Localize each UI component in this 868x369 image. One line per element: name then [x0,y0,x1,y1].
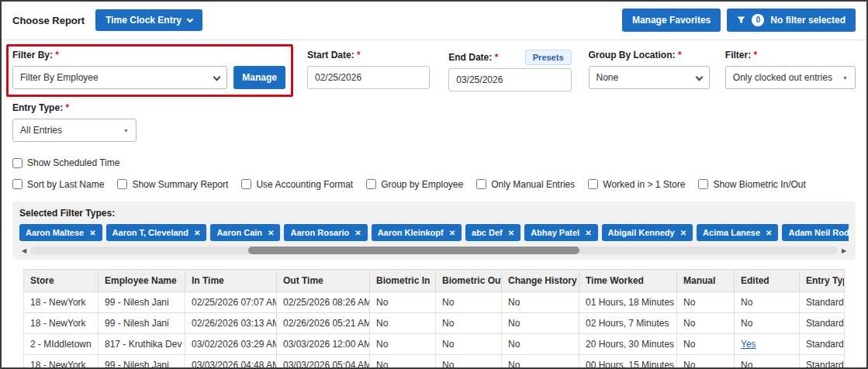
presets-button[interactable]: Presets [525,50,572,65]
cell-biometric-in: No [370,292,436,313]
checkbox-input[interactable] [698,179,708,189]
column-header-manual: Manual [677,270,735,292]
caret-down-icon: ▼ [123,128,129,133]
chip-close-icon[interactable]: ✕ [766,229,772,237]
filter-chip[interactable]: Aaron Rosario✕ [284,224,367,241]
chip-close-icon[interactable]: ✕ [89,229,95,237]
checkbox-label: Show Summary Report [132,179,228,190]
cell-entry-type: Standard [800,334,845,355]
scrollbar-thumb[interactable] [248,247,579,254]
checkbox-worked-in-1-store[interactable]: Worked in > 1 Store [588,179,685,190]
cell-entry-type: Standard [800,292,845,313]
chip-close-icon[interactable]: ✕ [680,229,686,237]
end-date-group: End Date: * Presets [448,50,571,91]
filter-chip[interactable]: Abigail Kennedy✕ [602,224,693,241]
checkbox-show-scheduled-time[interactable]: Show Scheduled Time [12,157,119,168]
checkbox-use-accounting-format[interactable]: Use Accounting Format [241,179,353,190]
cell-store: 2 - MIddletown [24,334,99,355]
checkbox-only-manual-entries[interactable]: Only Manual Entries [476,179,575,190]
checkbox-input[interactable] [12,179,22,189]
filter-select[interactable]: Only clocked out entries ▼ [725,66,856,89]
filter-by-controls: Filter By Employee Manage [12,66,285,89]
checkbox-label: Show Scheduled Time [27,157,119,168]
column-header-change-history: Change History [502,270,579,292]
cell-edited: No [735,355,800,369]
column-header-biometric-out: Biometric Out [436,270,502,292]
filter-area: Filter By: * Filter By Employee Manage S… [2,40,866,369]
checkbox-show-biometric-in-out[interactable]: Show Biometric In/Out [698,179,805,190]
checkbox-sort-by-last-name[interactable]: Sort by Last Name [12,179,104,190]
checkbox-input[interactable] [476,179,486,189]
chip-close-icon[interactable]: ✕ [268,229,274,237]
chip-label: Adam Neil Rodino [788,228,849,237]
filter-by-value: Filter By Employee [20,72,99,83]
chevron-down-icon [695,73,703,81]
chip-label: abc Def [472,228,503,237]
chevron-down-icon [187,16,193,22]
cell-manual: No [677,313,735,334]
filter-chip[interactable]: Aaron Kleinkopf✕ [372,224,462,241]
cell-change-history: No [502,355,579,369]
group-by-location-select[interactable]: None [589,66,710,89]
cell-entry-type: Standard [800,313,845,334]
scroll-left-icon[interactable]: ◀ [19,247,29,254]
checkbox-label: Use Accounting Format [256,179,353,190]
filter-status-button[interactable]: 0 No filter selected [727,9,856,32]
scrollbar-track[interactable] [30,247,838,254]
scroll-right-icon[interactable]: ▶ [839,247,849,254]
filter-chip[interactable]: Aaron Maltese✕ [19,224,102,241]
checkbox-input[interactable] [588,179,598,189]
manage-filter-button[interactable]: Manage [233,66,285,89]
checkbox-input[interactable] [366,179,376,189]
chevron-down-icon [213,73,221,81]
filter-chip[interactable]: Acima Lanese✕ [697,224,778,241]
start-date-group: Start Date: * [307,50,430,89]
filter-by-group: Filter By: * Filter By Employee Manage [12,50,285,89]
checkbox-input[interactable] [241,179,251,189]
cell-time-worked: 02 Hours, 7 Minutes [579,313,677,334]
column-header-out-time: Out Time [277,270,370,292]
time-clock-report-page: Choose Report Time Clock Entry Manage Fa… [0,0,868,369]
filter-chip[interactable]: Abhay Patel✕ [524,224,597,241]
chip-close-icon[interactable]: ✕ [449,229,455,237]
filter-chip[interactable]: Aaron T, Cleveland✕ [106,224,207,241]
entry-type-select[interactable]: All Entries ▼ [12,119,137,142]
group-by-location-group: Group By Location: * None [589,50,710,89]
caret-down-icon: ▼ [842,75,848,81]
group-by-location-value: None [597,72,619,83]
cell-store: 18 - NewYork [24,292,99,313]
chip-close-icon[interactable]: ✕ [194,229,200,237]
edited-yes-link[interactable]: Yes [741,339,756,350]
choose-report-label: Choose Report [12,15,85,26]
filter-chip[interactable]: Aaron Cain✕ [210,224,280,241]
filter-chip[interactable]: abc Def✕ [465,224,520,241]
filter-chip[interactable]: Adam Neil Rodino✕ [782,224,849,241]
chip-close-icon[interactable]: ✕ [354,229,361,237]
checkbox-label: Worked in > 1 Store [603,179,685,190]
cell-change-history: No [502,292,579,313]
cell-manual: No [677,355,735,369]
table-row: 18 - NewYork99 - Nilesh Jani02/25/2026 0… [24,292,845,313]
end-date-input[interactable] [448,68,571,91]
report-type-dropdown[interactable]: Time Clock Entry [95,9,202,31]
cell-store: 18 - NewYork [24,355,99,369]
cell-employee-name: 817 - Kruthika Dev [99,334,185,355]
checkbox-show-summary-report[interactable]: Show Summary Report [117,179,228,190]
checkbox-label: Only Manual Entries [491,179,575,190]
filter-label: Filter: * [725,50,856,60]
chip-close-icon[interactable]: ✕ [508,229,514,237]
checkbox-input[interactable] [117,179,127,189]
column-header-store: Store [24,270,99,292]
manage-favorites-button[interactable]: Manage Favorites [622,9,721,32]
cell-manual: No [677,292,735,313]
chip-label: Aaron Maltese [26,228,84,237]
chip-close-icon[interactable]: ✕ [585,229,591,237]
checkbox-input[interactable] [12,158,22,168]
cell-employee-name: 99 - Nilesh Jani [99,355,185,369]
cell-in-time: 03/03/2026 04:48 AM [185,355,277,369]
filter-by-select[interactable]: Filter By Employee [12,66,227,89]
table-row: 2 - MIddletown817 - Kruthika Dev03/02/20… [24,334,845,355]
filter-chips: Aaron Maltese✕Aaron T, Cleveland✕Aaron C… [19,224,849,241]
start-date-input[interactable] [307,66,430,89]
checkbox-group-by-employee[interactable]: Group by Employee [366,179,463,190]
